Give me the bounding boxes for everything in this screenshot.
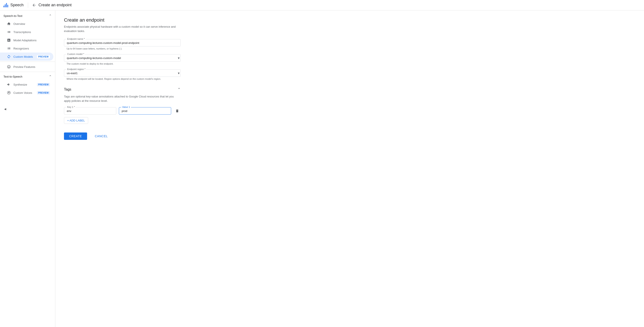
sidebar-item-custom-models[interactable]: Custom Models PREVIEW (0, 52, 54, 61)
page-title-bar: Create an endpoint (38, 3, 72, 7)
cancel-button[interactable]: CANCEL (90, 132, 113, 140)
synthesize-preview-badge: PREVIEW (37, 83, 50, 86)
sidebar-item-custom-voices[interactable]: Custom Voices PREVIEW (0, 88, 54, 97)
add-label-button[interactable]: + ADD LABEL (64, 117, 88, 124)
endpoint-region-select[interactable]: us-east1 us-central1 us-west1 europe-wes… (67, 72, 178, 75)
endpoint-region-dropdown-icon: ▾ (178, 71, 180, 75)
custom-model-dropdown-icon: ▾ (178, 56, 180, 60)
back-button[interactable] (32, 2, 37, 8)
tag-delete-button[interactable] (174, 108, 181, 114)
form-section: Create an endpoint Endpoints associate p… (64, 17, 181, 80)
divider-2 (0, 72, 55, 72)
custom-models-preview-badge: PREVIEW (37, 55, 50, 58)
sidebar-recognizers-label: Recognizers (14, 47, 50, 50)
tags-title: Tags (64, 88, 71, 92)
tag-value-container: Value 1 (119, 107, 171, 114)
tag-value-field: Value 1 (119, 107, 171, 114)
app-logo: Speech (4, 3, 24, 7)
tags-section: Tags ⌃ Tags are optional key-value annot… (64, 87, 181, 124)
tags-header: Tags ⌃ (64, 87, 181, 92)
text-to-speech-section[interactable]: Text-to-Speech ⌃ (0, 73, 55, 80)
tag-value-label: Value 1 (121, 106, 131, 108)
tags-collapse-icon[interactable]: ⌃ (178, 87, 181, 92)
tag-key-container: Key 1 * (64, 107, 116, 114)
custom-model-container: Custom model * quantum-computing-lecture… (64, 54, 181, 62)
endpoint-name-input[interactable] (67, 41, 178, 44)
create-button[interactable]: CREATE (64, 132, 87, 140)
endpoint-name-field: Endpoint name * Up to 64 lower-case lett… (64, 39, 181, 50)
custom-voices-preview-badge: PREVIEW (37, 91, 50, 94)
endpoint-region-label: Endpoint region * (66, 68, 86, 70)
sidebar-item-overview[interactable]: Overview (0, 20, 54, 28)
transcriptions-icon (7, 30, 11, 34)
stt-chevron-icon: ⌃ (49, 14, 52, 18)
sidebar-model-adaptations-label: Model Adaptations (14, 39, 50, 42)
sidebar-custom-models-label: Custom Models (14, 55, 34, 58)
endpoint-name-hint: Up to 64 lower-case letters, numbers, or… (64, 47, 181, 50)
recognizers-icon (7, 46, 11, 50)
custom-model-label: Custom model * (66, 53, 85, 55)
endpoint-name-label: Endpoint name * (66, 38, 86, 40)
sidebar-item-model-adaptations[interactable]: Model Adaptations (0, 36, 54, 44)
home-icon (7, 22, 11, 26)
sidebar-item-transcriptions[interactable]: Transcriptions (0, 28, 54, 36)
sidebar-item-recognizers[interactable]: Recognizers (0, 44, 54, 52)
sidebar-preview-features-label: Preview Features (14, 65, 50, 68)
tag-value-input[interactable] (122, 109, 168, 112)
page-description: Endpoints associate physical hardware wi… (64, 25, 181, 33)
logo-icon (4, 3, 8, 7)
breadcrumb: Create an endpoint (28, 2, 72, 8)
sidebar: Speech-to-Text ⌃ Overview Transcriptions… (0, 10, 55, 327)
tts-chevron-icon: ⌃ (49, 74, 52, 79)
tts-section-label: Text-to-Speech (4, 75, 22, 78)
model-adaptations-icon (7, 38, 11, 42)
tags-description: Tags are optional key-value annotations … (64, 94, 181, 103)
custom-models-icon (7, 55, 11, 58)
sidebar-item-preview-features[interactable]: Preview Features (0, 63, 54, 71)
divider-1 (0, 62, 55, 62)
endpoint-region-hint: Where the endpoint will be located. Regi… (64, 78, 181, 80)
sidebar-custom-voices-label: Custom Voices (14, 91, 34, 94)
top-bar: Speech Create an endpoint (0, 0, 644, 10)
tag-key-input[interactable] (67, 109, 114, 112)
sidebar-overview-label: Overview (14, 22, 50, 26)
tag-key-label: Key 1 * (66, 106, 76, 108)
stt-section-label: Speech-to-Text (4, 14, 22, 18)
custom-voices-icon (7, 91, 11, 95)
sidebar-transcriptions-label: Transcriptions (14, 30, 50, 34)
tag-key-field: Key 1 * (64, 107, 116, 114)
main-content: Create an endpoint Endpoints associate p… (55, 10, 644, 327)
action-buttons: CREATE CANCEL (64, 132, 635, 140)
custom-model-field: Custom model * quantum-computing-lecture… (64, 54, 181, 65)
sidebar-item-synthesize[interactable]: Synthesize PREVIEW (0, 80, 54, 88)
synthesize-icon (7, 82, 11, 86)
speech-to-text-section[interactable]: Speech-to-Text ⌃ (0, 12, 55, 20)
app-title: Speech (10, 3, 24, 7)
main-layout: Speech-to-Text ⌃ Overview Transcriptions… (0, 10, 644, 327)
endpoint-region-field: Endpoint region * us-east1 us-central1 u… (64, 70, 181, 80)
tag-row-1: Key 1 * Value 1 (64, 107, 181, 114)
custom-model-select[interactable]: quantum-computing-lectures-custom-model (67, 56, 178, 60)
collapse-sidebar-button[interactable]: ◄ (4, 107, 7, 111)
endpoint-name-container: Endpoint name * (64, 39, 181, 46)
preview-features-icon (7, 65, 11, 69)
custom-model-hint: The custom model to deploy to the endpoi… (64, 62, 181, 65)
endpoint-region-container: Endpoint region * us-east1 us-central1 u… (64, 70, 181, 77)
sidebar-synthesize-label: Synthesize (14, 83, 34, 86)
page-title: Create an endpoint (64, 17, 181, 23)
